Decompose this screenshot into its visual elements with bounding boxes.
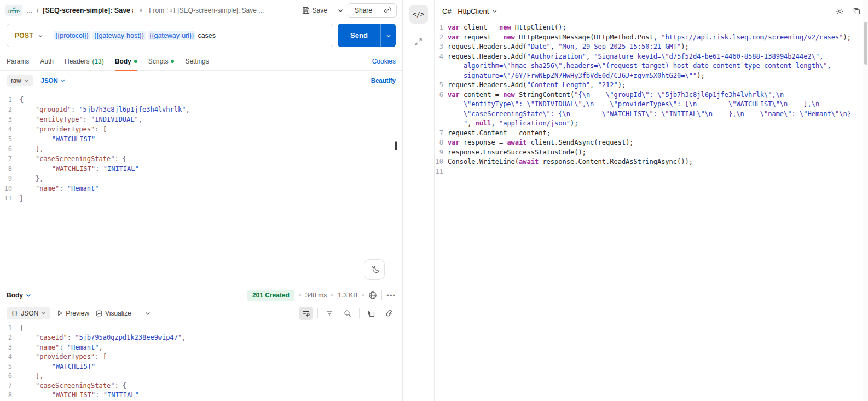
body-language-selector[interactable]: JSON: [41, 77, 65, 84]
dot-separator: [299, 294, 301, 296]
share-link-button[interactable]: [379, 4, 396, 16]
visualize-label: Visualize: [105, 310, 131, 317]
network-globe-icon[interactable]: [368, 291, 377, 300]
divider: [317, 308, 318, 318]
format-chevron-icon: [41, 311, 46, 316]
code-line: ", null, "application/json");: [435, 119, 868, 129]
beautify-link[interactable]: Beautify: [371, 77, 396, 84]
request-editor-line: 7 "caseScreeningState": {: [0, 154, 402, 164]
code-line: 8var response = await client.SendAsync(r…: [435, 138, 868, 148]
request-body-editor[interactable]: 1{2 "groupId": "5jb7h3c8jl6p1jfe3h4lvhrl…: [0, 90, 402, 209]
code-line: \"entityType\": \"INDIVIDUAL\",\n \"prov…: [435, 100, 868, 110]
search-button[interactable]: [341, 307, 354, 320]
method-chevron-icon[interactable]: [38, 33, 43, 38]
request-editor-line: 5 "WATCHLIST": [0, 134, 402, 144]
link-icon: [384, 7, 391, 14]
play-icon: [57, 310, 63, 316]
visualize-chevron-icon[interactable]: [145, 311, 151, 316]
request-panel: ⇄HTTP ... / [SEQ-screen-simple]: Save a.…: [0, 0, 403, 401]
response-editor-line: 4 "providerTypes": [: [0, 352, 402, 362]
code-language-selector[interactable]: C# - HttpClient: [442, 7, 497, 15]
wrap-lines-button[interactable]: [299, 307, 313, 320]
resize-panel-icon[interactable]: [414, 38, 423, 46]
breadcrumb-ellipsis[interactable]: ...: [27, 7, 32, 14]
save-button[interactable]: Save: [299, 4, 331, 16]
preview-tab[interactable]: Preview: [57, 310, 89, 317]
request-tabs-row: ParamsAuthHeaders(13)BodyScriptsSettings…: [0, 53, 402, 71]
wrap-lines-icon: [302, 310, 310, 317]
send-button[interactable]: Send: [338, 24, 396, 47]
request-topbar: ⇄HTTP ... / [SEQ-screen-simple]: Save a.…: [0, 0, 402, 20]
divider: [334, 5, 334, 15]
from-source[interactable]: From ⊡ [SEQ-screen-simple]: Save ...: [149, 7, 264, 14]
request-editor-line: 6 ],: [0, 144, 402, 154]
save-chevron-icon[interactable]: [338, 8, 343, 13]
status-badge[interactable]: 201 Created: [247, 290, 294, 301]
copy-response-button[interactable]: [364, 307, 378, 320]
from-source-title: [SEQ-screen-simple]: Save ...: [177, 7, 264, 14]
tab-settings[interactable]: Settings: [185, 53, 209, 70]
code-line: 9response.EnsureSuccessStatusCode();: [435, 148, 868, 158]
postbot-button[interactable]: [364, 259, 385, 280]
response-body-selector[interactable]: Body: [7, 291, 31, 299]
request-title[interactable]: [SEQ-screen-simple]: Save a...: [43, 7, 133, 14]
code-header: C# - HttpClient: [435, 0, 868, 22]
tab-auth[interactable]: Auth: [40, 53, 54, 70]
request-editor-line: 3 "entityType": "INDIVIDUAL",: [0, 114, 402, 124]
code-line: 6var content = new StringContent("{\n \"…: [435, 90, 868, 100]
url-variable-chip[interactable]: {{protocol}}: [54, 31, 90, 40]
editor-scrollbar-thumb[interactable]: [395, 141, 397, 150]
code-language-label: C# - HttpClient: [442, 7, 489, 15]
response-more-button[interactable]: •••: [386, 291, 396, 300]
response-format-label: JSON: [21, 310, 38, 317]
code-line: 5request.Headers.Add("Content-Length", "…: [435, 81, 868, 90]
body-mode-label: raw: [11, 77, 21, 84]
send-options-button[interactable]: [380, 24, 396, 47]
response-body-chevron-icon: [26, 293, 31, 298]
json-chevron-icon: [60, 78, 65, 83]
code-main: C# - HttpClient 1var client = new HttpCl…: [435, 0, 868, 401]
url-variable-chip[interactable]: {{gateway-url}}: [148, 31, 195, 40]
body-mode-selector[interactable]: raw: [7, 75, 33, 86]
response-body-editor[interactable]: 1{2 "caseId": "5jb795a0gzpd1k238ee9wip47…: [0, 324, 402, 401]
url-path-text[interactable]: cases: [198, 32, 216, 39]
url-variable-chip[interactable]: {{gateway-host}}: [92, 31, 146, 40]
dot-separator: [331, 294, 333, 296]
cookies-link[interactable]: Cookies: [372, 58, 396, 65]
method-selector[interactable]: POST: [7, 32, 38, 39]
visualize-tab[interactable]: Visualize: [96, 310, 131, 317]
tab-body[interactable]: Body: [115, 53, 137, 70]
code-scrollbar-thumb[interactable]: [864, 22, 867, 65]
send-label: Send: [338, 24, 380, 47]
divider: [138, 308, 138, 318]
request-editor-space: [0, 209, 402, 287]
code-settings-gear-icon[interactable]: [836, 7, 844, 15]
share-group: Share: [348, 3, 397, 18]
response-editor-line: 6 ],: [0, 371, 402, 381]
tab-scripts[interactable]: Scripts: [148, 53, 175, 70]
tab-params[interactable]: Params: [7, 53, 29, 70]
postbot-moon-icon: [369, 265, 379, 274]
code-line: 7request.Content = content;: [435, 129, 868, 139]
filter-button[interactable]: [323, 307, 336, 320]
code-content[interactable]: 1var client = new HttpClient();2var requ…: [435, 22, 868, 401]
visualize-icon: [96, 310, 102, 317]
breadcrumb-separator: /: [37, 7, 38, 14]
response-size[interactable]: 1.3 KB: [338, 291, 357, 299]
code-snippet-button[interactable]: </>: [409, 5, 428, 24]
copy-code-icon[interactable]: [853, 7, 860, 15]
response-format-selector[interactable]: {} JSON: [7, 307, 50, 319]
response-editor-line: 1{: [0, 324, 402, 334]
green-dot: [171, 60, 174, 63]
code-scrollbar[interactable]: [863, 0, 868, 401]
response-time[interactable]: 348 ms: [305, 291, 327, 299]
request-editor-line: 1{: [0, 95, 402, 105]
url-input[interactable]: {{protocol}}{{gateway-host}}{{gateway-ur…: [54, 31, 216, 40]
tab-headers[interactable]: Headers(13): [65, 53, 104, 70]
share-button[interactable]: Share: [348, 4, 379, 17]
save-icon: [302, 7, 310, 14]
request-editor-line: 8 "WATCHLIST": "INITIAL": [0, 164, 402, 174]
code-header-actions: [836, 7, 860, 15]
save-response-link-button[interactable]: [383, 307, 396, 320]
send-chevron-icon: [386, 33, 391, 38]
